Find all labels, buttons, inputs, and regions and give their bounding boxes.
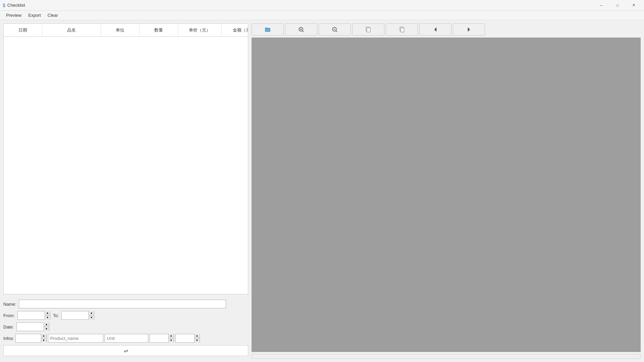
product-name-input[interactable]: [48, 334, 103, 343]
left-panel: 日期 品名 单位 数量 单价（元） 金额（元） Name: From: 2024…: [3, 23, 248, 359]
to-down-btn[interactable]: ▼: [89, 315, 94, 320]
from-up-btn[interactable]: ▲: [45, 311, 50, 315]
window-controls: ─ □ ✕: [594, 0, 641, 11]
from-spinner: 2024.09.07 ▲ ▼: [17, 311, 50, 320]
next-page-button[interactable]: [453, 23, 485, 36]
maximize-button[interactable]: □: [610, 0, 625, 11]
to-spinner: 2024.09.07 ▲ ▼: [61, 311, 94, 320]
table-container: 日期 品名 单位 数量 单价（元） 金额（元）: [3, 23, 248, 294]
col-unit-price: 单价（元）: [178, 24, 222, 37]
table-header: 日期 品名 单位 数量 单价（元） 金额（元）: [4, 24, 248, 37]
svg-line-3: [303, 31, 304, 32]
date-spinner: 2024.09.07 ▲ ▼: [16, 322, 49, 331]
svg-rect-10: [401, 28, 404, 32]
num2-down-btn[interactable]: ▼: [194, 338, 200, 343]
to-spinner-btns: ▲ ▼: [89, 311, 94, 320]
menu-preview[interactable]: Preview: [3, 11, 25, 19]
infos-label: Infos:: [3, 336, 14, 341]
next-icon: [466, 26, 472, 33]
unit-input[interactable]: [105, 334, 148, 343]
open-button[interactable]: [252, 23, 284, 36]
horizontal-scrollbar[interactable]: [252, 354, 641, 359]
right-panel: [252, 23, 641, 359]
svg-marker-11: [434, 27, 437, 32]
app-icon: $: [3, 3, 5, 8]
date-row: Date: 2024.09.07 ▲ ▼: [3, 322, 248, 331]
num2-spinner-btns: ▲ ▼: [194, 334, 200, 343]
zoom-in-icon: [298, 26, 305, 33]
infos-row: Infos: 2024.09.07 ▲ ▼ 0.00 ▲ ▼: [3, 334, 248, 343]
num1-input[interactable]: 0.00: [150, 334, 168, 342]
from-spinner-btns: ▲ ▼: [45, 311, 50, 320]
title-bar-left: $ Checklist: [3, 3, 25, 8]
preview-area: [252, 38, 641, 352]
name-input[interactable]: [19, 300, 226, 308]
col-amount: 金额（元）: [222, 24, 248, 37]
date-label: Date:: [3, 324, 14, 329]
menu-export[interactable]: Export: [25, 11, 44, 19]
infos-date-spinner: 2024.09.07 ▲ ▼: [15, 334, 47, 343]
page-first-icon: [365, 26, 372, 33]
date-up-btn[interactable]: ▲: [44, 322, 49, 327]
preview-toolbar: [252, 23, 641, 36]
infos-date-input[interactable]: 2024.09.07: [16, 334, 41, 342]
col-date: 日期: [4, 24, 42, 37]
num2-input[interactable]: 0.00: [176, 334, 194, 342]
to-input[interactable]: 2024.09.07: [62, 311, 89, 319]
folder-icon: [264, 26, 271, 33]
num1-down-btn[interactable]: ▼: [168, 338, 174, 343]
to-label: To:: [53, 313, 59, 318]
infos-date-down-btn[interactable]: ▼: [41, 338, 46, 343]
zoom-out-icon: [331, 26, 338, 33]
page-first-button[interactable]: [352, 23, 384, 36]
close-button[interactable]: ✕: [626, 0, 641, 11]
name-row: Name:: [3, 300, 248, 308]
main-content: 日期 品名 单位 数量 单价（元） 金额（元） Name: From: 2024…: [0, 20, 644, 362]
page-copy-icon: [398, 26, 405, 33]
svg-marker-12: [468, 27, 470, 32]
num2-spinner: 0.00 ▲ ▼: [175, 334, 200, 343]
col-unit: 单位: [101, 24, 140, 37]
col-product: 品名: [42, 24, 101, 37]
date-input[interactable]: 2024.09.07: [17, 323, 44, 331]
table-body: [4, 37, 248, 294]
from-to-row: From: 2024.09.07 ▲ ▼ To: 2024.09.07 ▲ ▼: [3, 311, 248, 320]
title-bar: $ Checklist ─ □ ✕: [0, 0, 644, 11]
num2-up-btn[interactable]: ▲: [194, 334, 200, 338]
infos-date-up-btn[interactable]: ▲: [41, 334, 46, 338]
to-up-btn[interactable]: ▲: [89, 311, 94, 315]
menu-bar: Preview Export Clear: [0, 11, 644, 20]
col-qty: 数量: [140, 24, 178, 37]
add-row-button[interactable]: ⇌: [3, 345, 248, 356]
minimize-button[interactable]: ─: [594, 0, 609, 11]
date-spinner-btns: ▲ ▼: [44, 322, 49, 331]
num1-spinner-btns: ▲ ▼: [168, 334, 174, 343]
svg-line-6: [336, 31, 337, 32]
num1-up-btn[interactable]: ▲: [168, 334, 174, 338]
zoom-in-button[interactable]: [285, 23, 317, 36]
prev-icon: [432, 26, 439, 33]
name-label: Name:: [3, 302, 16, 307]
add-row-icon: ⇌: [124, 348, 128, 354]
zoom-out-button[interactable]: [319, 23, 351, 36]
app-title: Checklist: [7, 3, 25, 8]
menu-clear[interactable]: Clear: [44, 11, 61, 19]
prev-page-button[interactable]: [419, 23, 451, 36]
svg-rect-8: [367, 28, 370, 32]
from-down-btn[interactable]: ▼: [45, 315, 50, 320]
infos-date-spinner-btns: ▲ ▼: [41, 334, 46, 343]
page-copy-button[interactable]: [386, 23, 418, 36]
num1-spinner: 0.00 ▲ ▼: [150, 334, 174, 343]
from-label: From:: [3, 313, 15, 318]
form-section: Name: From: 2024.09.07 ▲ ▼ To: 2024.09.0…: [3, 297, 248, 359]
from-input[interactable]: 2024.09.07: [18, 311, 45, 319]
date-down-btn[interactable]: ▼: [44, 327, 49, 331]
